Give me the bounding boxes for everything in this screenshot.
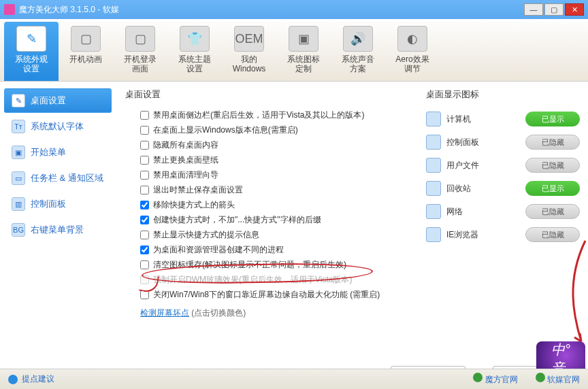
toggle-pill[interactable]: 已隐藏: [525, 227, 580, 242]
toolbar-item[interactable]: ✎系统外观 设置: [4, 22, 59, 81]
sidebar-item[interactable]: BG右键菜单背景: [4, 218, 112, 242]
setting-row[interactable]: 创建快捷方式时，不加"...快捷方式"字样的后缀: [125, 212, 408, 227]
sidebar-label: 开始菜单: [31, 146, 66, 158]
ruanmei-link[interactable]: 软媒官网: [536, 373, 580, 386]
app-icon: [4, 4, 15, 15]
desktop-icons-panel: 桌面显示图标 计算机已显示控制面板已隐藏用户文件已隐藏回收站已显示网络已隐藏IE…: [418, 82, 588, 360]
toolbar-label: 系统外观 设置: [4, 54, 59, 73]
toolbar-item[interactable]: 👕系统主题 设置: [167, 22, 222, 81]
sidebar-icon: Tт: [12, 120, 25, 133]
desktop-icon: [426, 204, 441, 219]
toolbar-item[interactable]: ▢开机动画: [59, 22, 113, 81]
sidebar-item[interactable]: ▥控制面板: [4, 192, 112, 216]
sidebar-item[interactable]: ▣开始菜单: [4, 140, 112, 165]
toolbar-icon: ▢: [125, 26, 155, 52]
toolbar-item[interactable]: OEM我的 Windows: [222, 22, 276, 81]
toolbar-label: 开机登录 画面: [113, 54, 167, 73]
toolbar-label: 系统图标 定制: [276, 54, 331, 73]
settings-panel: 桌面设置 禁用桌面侧边栏(重启后生效，适用于Vista及其以上的版本)在桌面上显…: [116, 82, 418, 360]
toolbar-icon: 🔊: [343, 26, 373, 52]
sidebar-icon: ▥: [12, 197, 25, 211]
desktop-icon-label: 回收站: [446, 183, 471, 194]
setting-row[interactable]: 退出时禁止保存桌面设置: [125, 182, 408, 197]
desktop-icon: [426, 112, 441, 126]
setting-label: 强制开启DWM玻璃效果(重启后生效，适用于Vista版本): [153, 274, 352, 286]
official-link[interactable]: 魔方官网: [473, 373, 517, 386]
sidebar-item[interactable]: ✎桌面设置: [4, 88, 112, 113]
setting-label: 禁用桌面侧边栏(重启后生效，适用于Vista及其以上的版本): [153, 109, 364, 121]
setting-checkbox[interactable]: [140, 290, 149, 299]
sidebar-item[interactable]: ▭任务栏 & 通知区域: [4, 166, 112, 190]
setting-label: 在桌面上显示Windows版本信息(需重启): [153, 124, 298, 136]
setting-row[interactable]: 移除快捷方式上的箭头: [125, 197, 408, 212]
setting-label: 隐藏所有桌面内容: [153, 139, 218, 151]
setting-label: 关闭Win7/Win8下的窗口靠近屏幕边缘自动最大化功能 (需重启): [153, 289, 380, 301]
setting-label: 禁止更换桌面壁纸: [153, 154, 218, 166]
setting-checkbox[interactable]: [140, 111, 149, 120]
setting-row[interactable]: 关闭Win7/Win8下的窗口靠近屏幕边缘自动最大化功能 (需重启): [125, 287, 408, 302]
setting-checkbox[interactable]: [140, 231, 149, 239]
detect-dead-pixel-hint: (点击切换颜色): [189, 308, 246, 318]
toggle-pill[interactable]: 已隐藏: [525, 204, 580, 219]
toolbar-item[interactable]: ◐Aero效果 调节: [385, 22, 440, 81]
desktop-icon-label: IE浏览器: [446, 229, 478, 241]
setting-label: 退出时禁止保存桌面设置: [153, 184, 243, 196]
toolbar-item[interactable]: 🔊系统声音 方案: [331, 22, 385, 81]
toolbar-icon: ▢: [71, 26, 101, 52]
desktop-icon: [426, 227, 441, 242]
setting-checkbox[interactable]: [140, 126, 149, 135]
setting-row[interactable]: 禁用桌面清理向导: [125, 167, 408, 182]
sidebar-icon: BG: [12, 223, 25, 237]
setting-checkbox[interactable]: [140, 201, 149, 209]
setting-checkbox[interactable]: [140, 156, 149, 165]
desktop-icon-label: 计算机: [446, 114, 471, 125]
sidebar-icon: ✎: [12, 94, 25, 107]
close-button[interactable]: ✕: [565, 3, 584, 16]
toolbar-item[interactable]: ▣系统图标 定制: [276, 22, 331, 81]
setting-checkbox[interactable]: [140, 216, 149, 224]
desktop-icon-label: 控制面板: [446, 137, 479, 148]
setting-row[interactable]: 隐藏所有桌面内容: [125, 137, 408, 152]
toggle-pill[interactable]: 已隐藏: [525, 158, 580, 173]
desktop-icon-label: 用户文件: [446, 160, 479, 171]
detect-dead-pixel-link[interactable]: 检测屏幕坏点: [140, 308, 189, 318]
setting-row[interactable]: 禁止显示快捷方式的提示信息: [125, 227, 408, 242]
setting-checkbox[interactable]: [140, 171, 149, 180]
setting-checkbox[interactable]: [140, 141, 149, 150]
maximize-button[interactable]: ▢: [544, 3, 564, 16]
sidebar-label: 右键菜单背景: [31, 224, 84, 236]
minimize-button[interactable]: —: [524, 3, 543, 16]
toggle-pill[interactable]: 已显示: [525, 112, 580, 126]
globe-icon: [473, 373, 483, 382]
setting-row[interactable]: 强制开启DWM玻璃效果(重启后生效，适用于Vista版本): [125, 272, 408, 287]
setting-row[interactable]: 清空图标缓存(解决图标显示不正常问题，重启后生效): [125, 257, 408, 272]
group-title: 桌面显示图标: [426, 88, 580, 101]
desktop-icon: [426, 135, 441, 150]
toolbar-label: 我的 Windows: [222, 54, 276, 73]
setting-label: 禁用桌面清理向导: [153, 169, 218, 181]
setting-checkbox[interactable]: [140, 260, 149, 269]
desktop-icon-row: 计算机已显示: [426, 107, 580, 131]
setting-checkbox[interactable]: [140, 246, 149, 254]
desktop-icon-row: 网络已隐藏: [426, 200, 580, 223]
sidebar-item[interactable]: Tт系统默认字体: [4, 114, 112, 139]
setting-row[interactable]: 在桌面上显示Windows版本信息(需重启): [125, 122, 408, 137]
sidebar-label: 系统默认字体: [31, 120, 84, 133]
setting-row[interactable]: 禁止更换桌面壁纸: [125, 152, 408, 167]
toolbar-label: 系统主题 设置: [167, 54, 222, 73]
suggest-link[interactable]: 提点建议: [22, 373, 54, 385]
desktop-icon: [426, 181, 441, 196]
globe-icon: [536, 373, 545, 382]
toggle-pill[interactable]: 已隐藏: [525, 135, 580, 150]
setting-row[interactable]: 为桌面和资源管理器创建不同的进程: [125, 242, 408, 257]
title-bar: 魔方美化大师 3.1.5.0 - 软媒 — ▢ ✕: [0, 0, 588, 19]
setting-row[interactable]: 禁用桌面侧边栏(重启后生效，适用于Vista及其以上的版本): [125, 107, 408, 122]
setting-label: 移除快捷方式上的箭头: [153, 199, 235, 211]
setting-checkbox[interactable]: [140, 275, 149, 284]
setting-label: 创建快捷方式时，不加"...快捷方式"字样的后缀: [153, 214, 321, 226]
setting-label: 清空图标缓存(解决图标显示不正常问题，重启后生效): [153, 259, 346, 271]
toggle-pill[interactable]: 已显示: [525, 181, 580, 196]
toolbar-icon: 👕: [180, 26, 210, 52]
toolbar-item[interactable]: ▢开机登录 画面: [113, 22, 167, 81]
setting-checkbox[interactable]: [140, 186, 149, 194]
